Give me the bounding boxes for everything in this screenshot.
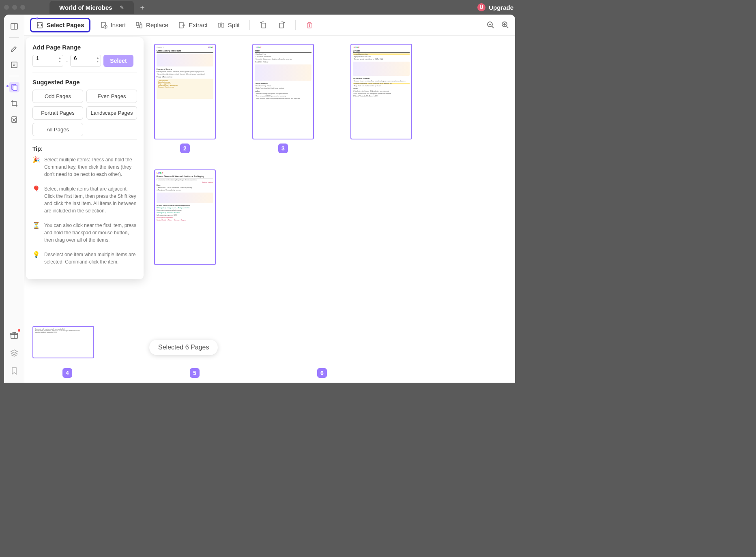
- page-number-badge: 2: [180, 144, 190, 153]
- tip-text: Select multiple items that are adjacent:…: [44, 185, 137, 214]
- thumb-heading: Gram Staining Procedure: [157, 49, 213, 53]
- left-sidebar: [4, 15, 24, 383]
- redact-icon[interactable]: [9, 114, 19, 125]
- insert-label: Insert: [111, 21, 126, 28]
- insert-icon: [100, 21, 107, 29]
- page-number-badge: 3: [278, 144, 288, 153]
- thumb-sub: Fungus Example: [255, 82, 311, 84]
- svg-rect-15: [140, 25, 142, 28]
- svg-rect-21: [279, 23, 284, 28]
- svg-rect-20: [262, 23, 266, 28]
- replace-icon: [135, 21, 143, 29]
- new-tab-button[interactable]: ＋: [139, 2, 146, 12]
- rotate-left-icon: [260, 21, 268, 29]
- page-thumbnail[interactable]: UPDF Prion's Disease Of Human Inheritanc…: [154, 169, 216, 265]
- thumb-column: UPDF Viruses • Intracellular parasitism …: [350, 44, 412, 153]
- close-window-button[interactable]: [4, 5, 9, 10]
- range-to-field[interactable]: [74, 55, 94, 61]
- gift-icon[interactable]: [9, 330, 19, 341]
- rail-bottom: [9, 330, 19, 376]
- thumb-sub: Example of Bacteria: [157, 68, 213, 70]
- add-range-title: Add Page Range: [32, 44, 137, 51]
- upgrade-area[interactable]: U Upgrade: [477, 3, 513, 11]
- page-number-badge: 6: [317, 368, 327, 378]
- select-pages-panel: Add Page Range ▲▼ - ▲▼ Select Suggested …: [26, 37, 144, 279]
- zoom-out-button[interactable]: [487, 21, 495, 29]
- selection-count-toast: Selected 6 Pages: [149, 340, 218, 355]
- suggest-grid: Odd Pages Even Pages Portrait Pages Land…: [32, 90, 137, 136]
- suggested-title: Suggested Page: [32, 79, 137, 86]
- thumb-diagram: [353, 62, 410, 76]
- minimize-window-button[interactable]: [12, 5, 17, 10]
- tip-item: ⏳You can also click near the first item,…: [32, 222, 137, 244]
- maximize-window-button[interactable]: [20, 5, 25, 10]
- tip-emoji: ⏳: [32, 222, 40, 244]
- page-thumbnail[interactable]: UPDF Viruses • Intracellular parasitism …: [350, 44, 412, 139]
- tip-item: 🎉Select multiple items: Press and hold t…: [32, 156, 137, 178]
- select-pages-icon: [36, 21, 43, 29]
- stepper-icons[interactable]: ▲▼: [58, 56, 61, 63]
- odd-pages-button[interactable]: Odd Pages: [32, 90, 83, 103]
- panel-divider: [32, 139, 137, 140]
- page-thumbnail[interactable]: UPDF Yeast • Unicellular Fungi • Cell di…: [252, 44, 314, 139]
- svg-rect-2: [11, 62, 17, 68]
- svg-rect-18: [222, 23, 224, 27]
- landscape-pages-button[interactable]: Landscape Pages: [86, 106, 137, 120]
- thumb-sub: Viruses And Diseases: [353, 77, 410, 79]
- range-from-input[interactable]: ▲▼: [32, 55, 63, 67]
- range-to-input[interactable]: ▲▼: [70, 55, 101, 67]
- stepper-icons[interactable]: ▲▼: [96, 56, 99, 63]
- trash-icon: [305, 21, 314, 29]
- thumb-sub: Viroids: [353, 88, 410, 90]
- page-thumbnail[interactable]: Chapter 1UPDF Gram Staining Procedure Ex…: [154, 44, 216, 139]
- zoom-in-icon: [501, 21, 509, 29]
- edit-text-icon[interactable]: [9, 60, 19, 70]
- panel-divider: [32, 73, 137, 73]
- svg-rect-17: [218, 23, 220, 27]
- crop-icon[interactable]: [9, 98, 19, 109]
- svg-rect-14: [136, 22, 139, 26]
- delete-button[interactable]: [305, 21, 314, 29]
- thumb-sub: Fungi （Eumycetes）: [157, 76, 213, 78]
- thumb-sub: Lichen: [255, 90, 311, 92]
- replace-button[interactable]: Replace: [135, 21, 168, 29]
- rotate-right-button[interactable]: [277, 21, 286, 29]
- layers-icon[interactable]: [9, 348, 19, 358]
- zoom-in-button[interactable]: [501, 21, 509, 29]
- extract-icon: [178, 21, 185, 29]
- insert-button[interactable]: Insert: [100, 21, 126, 29]
- highlighter-icon[interactable]: [9, 43, 19, 54]
- reader-mode-icon[interactable]: [9, 21, 19, 32]
- replace-label: Replace: [146, 21, 168, 28]
- document-tab[interactable]: World of Microbes ✎: [49, 1, 134, 14]
- range-from-field[interactable]: [36, 55, 56, 61]
- title-bar: World of Microbes ✎ ＋ U Upgrade: [0, 0, 519, 15]
- even-pages-button[interactable]: Even Pages: [86, 90, 137, 103]
- thumb-sub: Yeast Life History: [255, 61, 311, 63]
- extract-button[interactable]: Extract: [178, 21, 208, 29]
- tab-title: World of Microbes: [59, 4, 112, 11]
- select-pages-button[interactable]: Select Pages: [30, 18, 90, 32]
- split-button[interactable]: Split: [217, 21, 240, 29]
- rotate-left-button[interactable]: [260, 21, 268, 29]
- thumb-column: UPDF Prion's Disease Of Human Inheritanc…: [154, 169, 216, 265]
- thumb-column: UPDF Yeast • Unicellular Fungi • Cell di…: [252, 44, 314, 153]
- select-range-button[interactable]: Select: [103, 55, 133, 67]
- tip-section: Tip: 🎉Select multiple items: Press and h…: [32, 146, 137, 266]
- tip-text: Select multiple items: Press and hold th…: [44, 156, 137, 178]
- rail-divider: [9, 37, 19, 38]
- portrait-pages-button[interactable]: Portrait Pages: [32, 106, 83, 120]
- thumb-sub: Growth And Cultivation Of Microorganisms: [157, 204, 213, 206]
- thumb-sub: Kuru: [157, 184, 213, 186]
- upgrade-label: Upgrade: [489, 4, 513, 11]
- thumb-diagram: [157, 193, 213, 203]
- traffic-lights: [4, 5, 25, 10]
- split-icon: [217, 21, 225, 29]
- svg-line-23: [492, 26, 494, 28]
- zoom-out-icon: [487, 21, 495, 29]
- bookmark-icon[interactable]: [9, 366, 19, 376]
- all-pages-button[interactable]: All Pages: [32, 123, 83, 136]
- organize-pages-icon[interactable]: [9, 82, 19, 92]
- rail-divider: [9, 76, 19, 76]
- edit-tab-icon[interactable]: ✎: [120, 4, 124, 11]
